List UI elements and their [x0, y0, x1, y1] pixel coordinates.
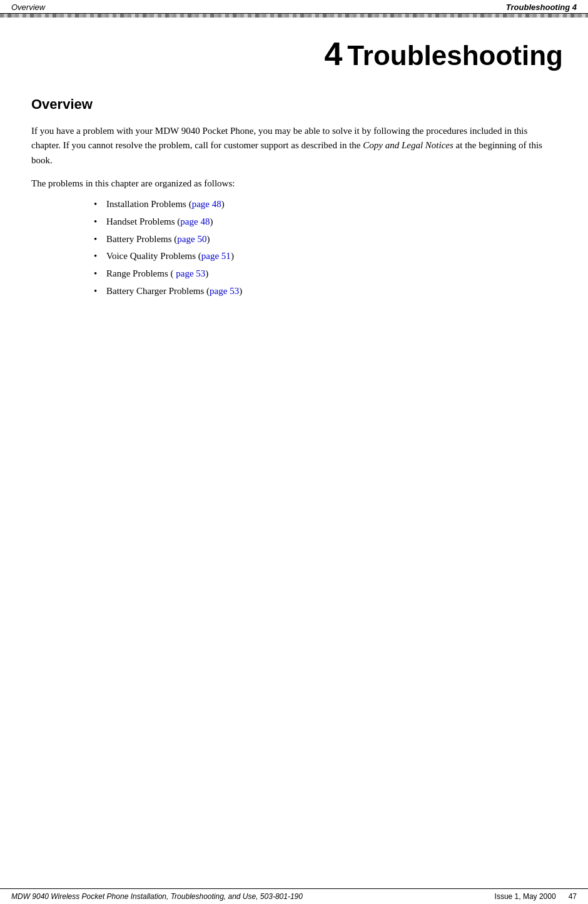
decorative-divider [0, 14, 588, 18]
list-intro-text: The problems in this chapter are organiz… [31, 176, 557, 191]
bullet-text-1: Installation Problems (page 48) [106, 199, 225, 209]
chapter-number: 4 [324, 36, 342, 72]
link-page53b[interactable]: page 53 [210, 286, 239, 296]
problems-list: Installation Problems (page 48) Handset … [31, 196, 557, 300]
header-right-label: Troubleshooting 4 [506, 3, 577, 12]
chapter-title: Troubleshooting [347, 40, 563, 71]
list-item: Battery Charger Problems (page 53) [106, 283, 557, 300]
page-header: Overview Troubleshooting 4 [0, 0, 588, 14]
footer-right-group: Issue 1, May 2000 47 [495, 892, 577, 901]
link-page48b[interactable]: page 48 [180, 216, 210, 226]
list-item: Voice Quality Problems (page 51) [106, 248, 557, 265]
bullet-text-4: Voice Quality Problems (page 51) [106, 251, 234, 261]
list-item: Battery Problems (page 50) [106, 231, 557, 248]
bullet-text-6: Battery Charger Problems (page 53) [106, 286, 242, 296]
list-item: Installation Problems (page 48) [106, 196, 557, 213]
link-page48a[interactable]: page 48 [192, 199, 221, 209]
page-number: 47 [569, 892, 577, 901]
section-heading: Overview [31, 96, 557, 113]
bullet-text-5: Range Problems ( page 53) [106, 268, 208, 278]
main-content: Overview If you have a problem with your… [0, 84, 588, 313]
footer-citation: MDW 9040 Wireless Pocket Phone Installat… [11, 892, 303, 901]
intro-paragraph-1: If you have a problem with your MDW 9040… [31, 124, 557, 168]
bullet-text-3: Battery Problems (page 50) [106, 234, 210, 244]
copy-legal-notices-italic: Copy and Legal Notices [363, 140, 454, 150]
footer-issue: Issue 1, May 2000 [495, 892, 556, 901]
link-page50[interactable]: page 50 [177, 234, 206, 244]
list-item: Handset Problems (page 48) [106, 213, 557, 231]
list-item: Range Problems ( page 53) [106, 265, 557, 283]
bullet-text-2: Handset Problems (page 48) [106, 216, 213, 226]
chapter-heading-area: 4Troubleshooting [0, 18, 588, 84]
header-left-label: Overview [11, 3, 45, 12]
link-page51[interactable]: page 51 [201, 251, 231, 261]
link-page53a[interactable]: page 53 [176, 268, 205, 278]
page-footer: MDW 9040 Wireless Pocket Phone Installat… [0, 888, 588, 904]
